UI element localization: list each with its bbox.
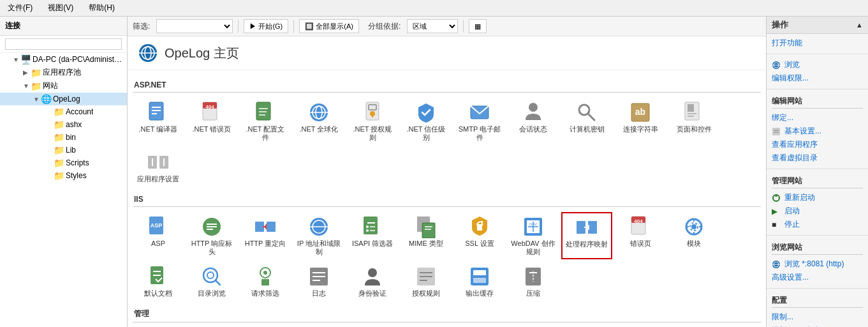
right-item-open-feature[interactable]: 打开功能 [772, 36, 863, 50]
right-item-browse[interactable]: 浏览 [772, 58, 863, 72]
expand-arrow[interactable]: ▼ [13, 56, 20, 63]
icon-item-connstring[interactable]: ab连接字符串 [615, 98, 666, 145]
right-item-view-apps[interactable]: 查看应用程序 [772, 138, 863, 151]
right-item-view-vdirs[interactable]: 查看虚拟目录 [772, 151, 863, 165]
view-button[interactable]: ▦ [469, 19, 487, 33]
menu-view[interactable]: 视图(V) [45, 1, 76, 15]
connection-input[interactable] [5, 38, 122, 50]
icon-img-smtp [468, 101, 491, 124]
right-item-basic-settings[interactable]: 基本设置... [772, 125, 863, 138]
menu-help[interactable]: 帮助(H) [86, 1, 117, 15]
right-item-bind[interactable]: 绑定... [772, 111, 863, 125]
icon-item-req-filter[interactable]: 请求筛选 [240, 262, 291, 301]
icon-item-isapi[interactable]: ISAPI 筛选器 [347, 212, 398, 259]
section-header-iis: IIS [133, 192, 761, 207]
svg-text:ab: ab [635, 107, 645, 117]
filter-select[interactable] [156, 19, 233, 33]
right-section-3: 管理网站重新启动▶启动■停止 [767, 171, 868, 234]
right-item-add-ftp[interactable]: 添加 FTP 发布... [772, 324, 863, 327]
section-manage: 管理配置编辑器 [133, 306, 761, 327]
icon-item-log[interactable]: 日志 [293, 262, 344, 301]
sidebar-item-scripts[interactable]: 📁Scripts [0, 156, 127, 169]
icon-label-modules: 模块 [687, 240, 701, 248]
icon-item-net-global[interactable]: .NET 全球化 [293, 98, 344, 145]
sidebar-tree: ▼🖥️DA-PC (da-PC\Administrato▶📁应用程序池▼📁网站▼… [0, 53, 127, 182]
icon-item-compress[interactable]: 压缩 [508, 262, 559, 301]
svg-point-87 [368, 268, 377, 277]
icon-item-pages[interactable]: 页面和控件 [668, 98, 719, 145]
icon-item-ip-restrict[interactable]: IP 地址和域限制 [293, 212, 344, 259]
right-link-text: 查看应用程序 [772, 139, 818, 150]
icon-item-output-cache[interactable]: 输出缓存 [454, 262, 505, 301]
expand-arrow[interactable]: ▼ [23, 82, 31, 89]
icon-item-appsettings[interactable]: 应用程序设置 [133, 148, 184, 186]
icon-img-webdav: DAV [522, 215, 545, 238]
right-item-advanced[interactable]: 高级设置... [772, 271, 863, 284]
sidebar-item-opelog[interactable]: ▼🌐OpeLog [0, 93, 127, 105]
tree-icon: 📁 [31, 68, 41, 78]
svg-rect-56 [422, 223, 435, 238]
right-item-stop[interactable]: ■停止 [772, 218, 863, 231]
right-item-edit-perms[interactable]: 编辑权限... [772, 72, 863, 85]
icon-item-authz[interactable]: 授权规则 [401, 262, 452, 301]
icon-item-ssl[interactable]: SSL 设置 [454, 212, 505, 259]
menu-file[interactable]: 文件(F) [5, 1, 35, 15]
icon-item-net-config[interactable]: .NET 配置文件 [240, 98, 291, 145]
svg-rect-30 [688, 104, 694, 112]
icon-item-asp[interactable]: ASPASP [133, 212, 184, 259]
svg-text:DAV: DAV [529, 222, 537, 226]
icon-item-mime[interactable]: MIME 类型 [401, 212, 452, 259]
sidebar: 连接 ▼🖥️DA-PC (da-PC\Administrato▶📁应用程序池▼📁… [0, 17, 128, 327]
sidebar-item-bin[interactable]: 📁bin [0, 131, 127, 144]
right-panel: 操作 ▲ 打开功能浏览编辑权限...编辑网站绑定...基本设置...查看应用程序… [766, 17, 868, 327]
icon-label-ssl: SSL 设置 [465, 240, 494, 248]
svg-point-24 [529, 103, 538, 112]
right-panel-header: 操作 ▲ [767, 17, 868, 34]
icon-item-net-edit[interactable]: .NET 编译器 [133, 98, 184, 145]
sidebar-item-account[interactable]: 📁Account [0, 105, 127, 118]
icon-item-http-redirect[interactable]: HTTP 重定向 [240, 212, 291, 259]
right-item-restart[interactable]: 重新启动 [772, 191, 863, 204]
sidebar-item-ashx[interactable]: 📁ashx [0, 118, 127, 131]
tree-icon: 📁 [54, 145, 64, 155]
start-button[interactable]: ▶ 开始(G) [244, 19, 288, 33]
icon-item-session[interactable]: 会话状态 [508, 98, 559, 145]
right-link-text: 重新启动 [784, 192, 815, 203]
icon-img-net-global [307, 101, 330, 124]
icon-item-webdav[interactable]: DAVWebDAV 创作规则 [508, 212, 559, 259]
icon-item-auth[interactable]: 身份验证 [347, 262, 398, 301]
connection-box [0, 36, 127, 53]
right-item-start[interactable]: ▶启动 [772, 204, 863, 218]
icon-item-http-response[interactable]: HTTP 响应标头 [186, 212, 237, 259]
icon-item-error-pages[interactable]: 404错误页 [615, 212, 666, 259]
show-all-button[interactable]: 🔲 全部显示(A) [299, 19, 359, 33]
collapse-icon[interactable]: ▲ [856, 21, 863, 29]
icon-item-smtp[interactable]: SMTP 电子邮件 [454, 98, 505, 145]
tree-label: 网站 [43, 80, 58, 91]
icon-label-net-config: .NET 配置文件 [243, 125, 288, 142]
sidebar-item-styles[interactable]: 📁Styles [0, 169, 127, 182]
icon-item-modules[interactable]: 模块 [668, 212, 719, 259]
icon-item-net-error[interactable]: 404.NET 错误页 [186, 98, 237, 145]
right-item-browse-8081[interactable]: 浏览 *:8081 (http) [772, 257, 863, 271]
page-title-icon [138, 43, 158, 63]
sidebar-item-sites[interactable]: ▼📁网站 [0, 79, 127, 93]
icon-item-net-auth[interactable]: .NET 授权规则 [347, 98, 398, 145]
icon-img-ssl [468, 215, 491, 238]
icon-item-machinekey[interactable]: 计算机密钥 [561, 98, 612, 145]
expand-arrow[interactable]: ▼ [33, 96, 41, 103]
sidebar-item-root[interactable]: ▼🖥️DA-PC (da-PC\Administrato [0, 53, 127, 66]
icon-item-default-doc[interactable]: 默认文档 [133, 262, 184, 301]
right-item-limit[interactable]: 限制... [772, 310, 863, 324]
tree-icon: 📁 [54, 119, 64, 130]
icon-item-net-trust[interactable]: .NET 信任级别 [401, 98, 452, 145]
expand-arrow[interactable]: ▶ [23, 69, 31, 76]
toolbar-sep2 [293, 20, 294, 33]
icon-label-output-cache: 输出缓存 [466, 289, 494, 298]
icon-item-handler[interactable]: 处理程序映射 [561, 212, 612, 259]
icon-item-dir-browse[interactable]: 目录浏览 [186, 262, 237, 301]
group-select[interactable]: 区域 [407, 19, 458, 33]
sidebar-item-lib[interactable]: 📁Lib [0, 144, 127, 156]
svg-point-51 [366, 225, 369, 228]
sidebar-item-apppool[interactable]: ▶📁应用程序池 [0, 66, 127, 79]
